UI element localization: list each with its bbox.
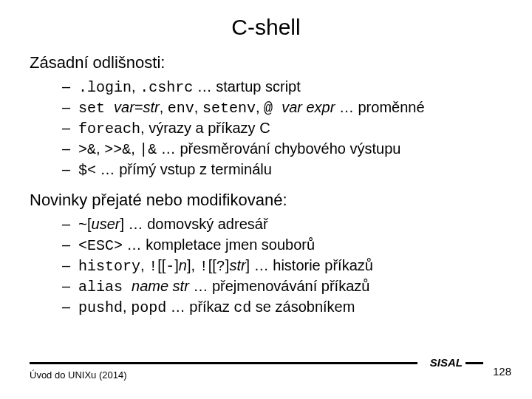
text: se zásobníkem <box>251 299 355 315</box>
section-1: Zásadní odlišnosti: .login, .cshrc … sta… <box>30 53 502 180</box>
list-item: >&, >>&, |& … přesměrování chybového výs… <box>62 139 502 160</box>
code: <ESC> <box>78 237 123 254</box>
list-item: $< … přímý vstup z terminálu <box>62 160 502 180</box>
list-item: .login, .cshrc … startup script <box>62 77 502 98</box>
list-item: ~[user] … domovský adresář <box>62 214 502 235</box>
code: @ <box>264 100 282 117</box>
footer-label: SISAL <box>430 356 463 369</box>
slide-title: C-shell <box>30 15 502 40</box>
slide-footer: SISAL Úvod do UNIXu (2014) 128 <box>30 356 511 383</box>
list-item: set var=str, env, setenv, @ var expr … p… <box>62 98 502 118</box>
code: ? <box>216 258 225 275</box>
footer-rule-right <box>466 362 483 364</box>
code: alias <box>78 279 132 296</box>
text: , <box>131 140 139 157</box>
list-item: alias name str … přejmenovávání příkazů <box>62 276 502 297</box>
text: … přímý vstup z terminálu <box>96 161 272 177</box>
code: cd <box>233 299 251 316</box>
code: set <box>78 100 114 117</box>
list-item: foreach, výrazy a příkazy C <box>62 118 502 139</box>
code: >& <box>78 141 96 158</box>
italic: str <box>229 257 245 273</box>
code: ! <box>149 258 157 275</box>
section-2: Novinky přejaté nebo modifikované: ~[use… <box>30 191 502 318</box>
code: |& <box>139 141 157 158</box>
section-2-list: ~[user] … domovský adresář <ESC> … kompl… <box>62 214 502 318</box>
text: ], <box>187 257 200 273</box>
footer-left-text: Úvod do UNIXu (2014) <box>30 369 127 381</box>
text: , <box>140 257 149 273</box>
text: … startup script <box>193 78 301 95</box>
code: popd <box>131 299 166 316</box>
section-2-heading: Novinky přejaté nebo modifikované: <box>30 191 502 210</box>
italic: user <box>92 216 120 232</box>
text: [[ <box>157 257 166 273</box>
code: .cshrc <box>140 79 193 96</box>
code: setenv <box>202 100 256 117</box>
text: … domovský adresář <box>124 216 268 232</box>
italic: n <box>179 257 187 273</box>
code: ~ <box>78 216 87 233</box>
italic: name str <box>132 278 189 294</box>
code: env <box>168 100 194 117</box>
text: … přejmenovávání příkazů <box>189 278 370 294</box>
code: $< <box>78 162 96 179</box>
code: .login <box>78 79 132 96</box>
code: >>& <box>104 141 131 158</box>
section-1-list: .login, .cshrc … startup script set var=… <box>62 77 502 180</box>
text: … kompletace jmen souborů <box>123 236 315 253</box>
section-1-heading: Zásadní odlišnosti: <box>30 53 502 72</box>
code: ! <box>200 258 208 275</box>
text: … historie příkazů <box>250 257 373 273</box>
text: , <box>96 140 104 157</box>
text: , <box>123 299 131 315</box>
text: … proměnné <box>335 99 424 115</box>
text: , <box>132 78 140 95</box>
text: , <box>194 99 202 115</box>
text: … příkaz <box>166 299 233 315</box>
code: pushd <box>78 299 123 316</box>
text: , výrazy a příkazy C <box>140 120 270 136</box>
list-item: pushd, popd … příkaz cd se zásobníkem <box>62 297 502 318</box>
code: - <box>166 258 174 275</box>
list-item: history, ![[-]n], ![[?]str] … historie p… <box>62 256 502 276</box>
text: , <box>256 99 264 115</box>
text: … přesměrování chybového výstupu <box>157 140 400 157</box>
italic: var=str <box>114 99 160 115</box>
text: , <box>160 99 168 115</box>
code: history <box>78 258 140 275</box>
page-number: 128 <box>493 365 511 378</box>
footer-rule-left <box>30 362 417 364</box>
text: [[ <box>208 257 216 273</box>
italic: var expr <box>282 99 335 115</box>
list-item: <ESC> … kompletace jmen souborů <box>62 235 502 256</box>
code: foreach <box>78 120 140 137</box>
